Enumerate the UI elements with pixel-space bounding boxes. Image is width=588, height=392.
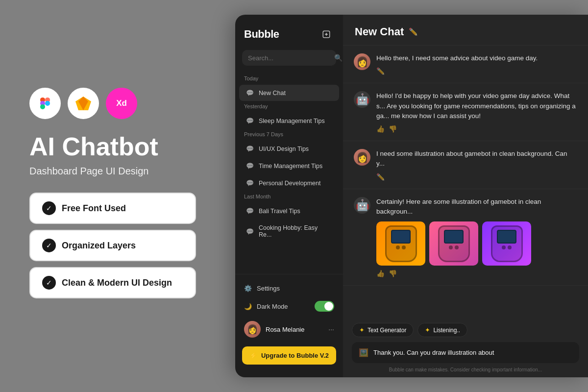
image-attach-icon: 🖼️ [359, 348, 368, 357]
msg-text-4: Certainly! Here are some illustration of… [376, 197, 577, 217]
thumbs-down-2[interactable]: 👎 [389, 270, 397, 277]
bot-avatar-2: 🤖 [354, 197, 370, 214]
sidebar-bottom: ⚙️ Settings 🌙 Dark Mode 👩 Rosa Melanie ·… [235, 274, 343, 377]
chat-item-personal-label: Personal Development [259, 180, 320, 187]
user-avatar-1: 👩 [354, 53, 370, 70]
dark-mode-row: 🌙 Dark Mode [235, 296, 343, 316]
console-screen-1 [391, 230, 411, 244]
user-avatar: 👩 [244, 321, 261, 338]
search-input[interactable] [248, 54, 330, 62]
badge-free-font-label: Free Font Used [62, 203, 126, 214]
chat-item-cooking-label: Cooking Hobby: Easy Re... [259, 224, 332, 238]
message-row-bot-1: 🤖 Hello! I'd be happy to help with your … [354, 91, 577, 133]
chat-input-area: ✦ Text Generator ✦ Listening.. 🖼️ Bubble… [343, 316, 588, 377]
check-icon-2: ✓ [42, 239, 56, 252]
star-icon-1: ✦ [359, 326, 365, 334]
chat-messages: 👩 Hello there, I need some advice about … [343, 46, 588, 316]
sidebar: Bubble 🔍 Today 💬 New Chat Yesterday [235, 15, 343, 377]
chat-item-personal[interactable]: 💬 Personal Development [239, 175, 339, 191]
upgrade-button[interactable]: ⚡ Upgrade to Bubble V.2 [242, 346, 336, 365]
chat-item-sleep-label: Sleep Management Tips [259, 118, 325, 124]
console-btn-3a [502, 245, 506, 249]
chat-input-box[interactable]: 🖼️ [352, 342, 579, 363]
message-row-bot-2: 🤖 Certainly! Here are some illustration … [354, 197, 577, 278]
app-title: AI Chatbot [29, 133, 158, 161]
bolt-icon: ⚡ [249, 352, 257, 359]
game-image-3 [482, 221, 531, 266]
chat-item-new-chat[interactable]: 💬 New Chat [239, 85, 339, 101]
chat-item-time-label: Time Management Tips [259, 163, 322, 170]
bot-avatar-1: 🤖 [354, 91, 370, 108]
svg-point-4 [45, 101, 50, 106]
upgrade-label: Upgrade to Bubble V.2 [261, 352, 329, 359]
check-icon-1: ✓ [42, 201, 56, 215]
msg-content-1: Hello there, I need some advice about vi… [376, 53, 577, 75]
message-row-user-1: 👩 Hello there, I need some advice about … [354, 53, 577, 75]
msg-content-4: Certainly! Here are some illustration of… [376, 197, 577, 278]
console-buttons-3 [502, 245, 512, 249]
chat-item-sleep[interactable]: 💬 Sleep Management Tips [239, 113, 339, 129]
console-shape-1 [385, 225, 417, 262]
app-subtitle: Dashboard Page UI Design [29, 166, 148, 177]
edit-msg-icon-1[interactable]: ✏️ [376, 67, 385, 75]
badge-clean-ui-label: Clean & Modern UI Design [62, 278, 172, 288]
message-group-3: 👩 I need some illustration about gamebot… [343, 141, 588, 189]
chat-item-uiux[interactable]: 💬 UI/UX Design Tips [239, 141, 339, 157]
chat-item-uiux-label: UI/UX Design Tips [259, 146, 309, 152]
chat-item-cooking[interactable]: 💬 Cooking Hobby: Easy Re... [239, 220, 339, 243]
edit-icon[interactable]: ✏️ [409, 27, 418, 36]
chat-icon-6: 💬 [246, 207, 254, 215]
thumbs-down-1[interactable]: 👎 [389, 125, 397, 133]
section-today: Today [235, 74, 343, 84]
message-row-user-2: 👩 I need some illustration about gamebot… [354, 149, 577, 181]
settings-label: Settings [257, 285, 280, 292]
badge-organized-layers: ✓ Organized Layers [29, 230, 196, 261]
badge-organized-layers-label: Organized Layers [62, 241, 136, 251]
chat-item-time[interactable]: 💬 Time Management Tips [239, 158, 339, 174]
chat-item-new-chat-label: New Chat [259, 90, 286, 97]
chat-icon-3: 💬 [246, 145, 254, 152]
edit-msg-icon-2[interactable]: ✏️ [376, 173, 385, 181]
new-chat-button[interactable] [318, 26, 334, 42]
chat-area: New Chat ✏️ 👩 Hello there, I need some a… [343, 15, 588, 377]
settings-item[interactable]: ⚙️ Settings [235, 280, 343, 296]
msg-content-2: Hello! I'd be happy to help with your vi… [376, 91, 577, 133]
message-group-1: 👩 Hello there, I need some advice about … [343, 46, 588, 83]
chat-title: New Chat [355, 25, 404, 38]
page-wrapper: Xd AI Chatbot Dashboard Page UI Design ✓… [0, 0, 588, 392]
game-image-1 [376, 221, 425, 266]
console-btn-2b [455, 245, 459, 249]
chat-input[interactable] [373, 349, 572, 356]
search-bar[interactable]: 🔍 [242, 50, 336, 66]
image-grid [376, 221, 577, 266]
message-group-4: 🤖 Certainly! Here are some illustration … [343, 189, 588, 286]
console-btn-2a [449, 245, 453, 249]
console-buttons-2 [449, 245, 459, 249]
listening-button[interactable]: ✦ Listening.. [417, 323, 467, 337]
chat-header: New Chat ✏️ [343, 15, 588, 46]
console-btn-1b [402, 245, 406, 249]
quick-actions: ✦ Text Generator ✦ Listening.. [352, 323, 579, 337]
chat-icon-7: 💬 [246, 228, 254, 235]
chat-icon-5: 💬 [246, 179, 254, 187]
console-shape-2 [438, 225, 470, 262]
thumbs-up-2[interactable]: 👍 [376, 270, 385, 277]
dark-mode-toggle[interactable] [315, 301, 334, 312]
console-screen-2 [444, 230, 464, 244]
console-screen-3 [497, 230, 516, 244]
chat-item-bali[interactable]: 💬 Bali Travel Tips [239, 203, 339, 219]
user-more-button[interactable]: ··· [328, 325, 334, 333]
msg-text-3: I need some illustration about gamebot i… [376, 149, 577, 169]
msg-actions-2: 👍 👎 [376, 125, 577, 133]
thumbs-up-1[interactable]: 👍 [376, 125, 385, 133]
search-icon: 🔍 [334, 54, 343, 62]
left-panel: Xd AI Chatbot Dashboard Page UI Design ✓… [29, 88, 196, 304]
text-generator-button[interactable]: ✦ Text Generator [352, 323, 414, 337]
app-window: Bubble 🔍 Today 💬 New Chat Yesterday [235, 15, 588, 377]
text-generator-label: Text Generator [368, 327, 406, 334]
msg-text-1: Hello there, I need some advice about vi… [376, 53, 577, 63]
chat-item-bali-label: Bali Travel Tips [259, 208, 300, 215]
listening-label: Listening.. [433, 327, 460, 334]
msg-actions-3: ✏️ [376, 173, 577, 181]
section-lastmonth: Last Month [235, 192, 343, 202]
